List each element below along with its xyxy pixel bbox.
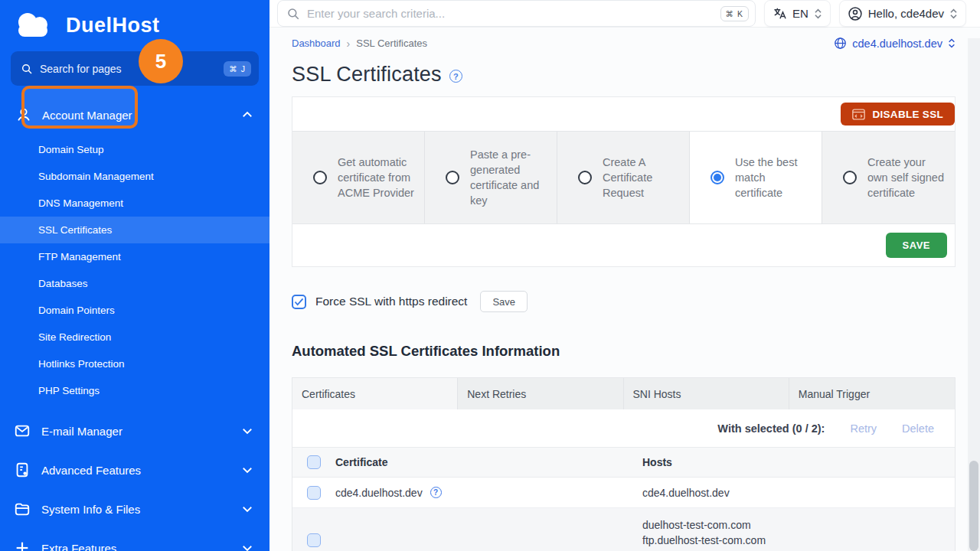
folder-icon (14, 500, 31, 517)
language-selector[interactable]: EN (764, 0, 831, 27)
sort-chevrons-icon (948, 37, 956, 49)
chevron-down-icon (240, 463, 254, 477)
host-name: duelhost-test-com.com (642, 517, 955, 533)
envelope-icon (14, 422, 31, 439)
tab-sni-hosts[interactable]: SNI Hosts (624, 378, 789, 409)
tab-next-retries[interactable]: Next Retries (458, 378, 623, 409)
breadcrumb-dashboard[interactable]: Dashboard (292, 37, 341, 49)
chevron-down-icon (240, 541, 254, 551)
search-icon (21, 63, 33, 75)
sidebar-item-subdomain-management[interactable]: Subdomain Management (0, 163, 270, 190)
brand-name: DuelHost (66, 14, 160, 37)
sidebar-item-label: Advanced Features (41, 464, 240, 477)
brand-logo[interactable]: DuelHost (0, 0, 270, 41)
user-menu[interactable]: Hello, cde4dev (839, 0, 966, 27)
save-button[interactable]: SAVE (886, 233, 947, 258)
sidebar-item-ssl-certificates[interactable]: SSL Certificates (0, 217, 270, 243)
option-paste-certificate[interactable]: Paste a pre-generated certificate and ke… (425, 132, 557, 223)
file-gear-icon (14, 461, 31, 478)
avatar-icon (848, 6, 863, 21)
plus-icon (14, 540, 31, 551)
vertical-scrollbar[interactable] (968, 38, 980, 551)
scrollbar-thumb[interactable] (969, 461, 978, 551)
tab-manual-trigger[interactable]: Manual Trigger (789, 378, 955, 409)
sidebar: DuelHost Search for pages ⌘ J 5 Account … (0, 0, 270, 551)
person-icon (15, 106, 32, 123)
option-certificate-request[interactable]: Create A Certificate Request (557, 132, 690, 223)
sidebar-item-email-manager[interactable]: E-mail Manager (0, 412, 270, 450)
content: Dashboard › SSL Certificates cde4.duelho… (270, 28, 980, 551)
table-row: cde4.duelhost.dev ? cde4.duelhost.dev (292, 478, 955, 508)
search-icon (286, 7, 300, 21)
sidebar-item-extra-features[interactable]: Extra Features (0, 529, 270, 551)
domain-selector[interactable]: cde4.duelhost.dev (834, 37, 956, 50)
option-self-signed[interactable]: Create your own self signed certificate (822, 132, 955, 223)
sidebar-item-site-redirection[interactable]: Site Redirection (0, 324, 270, 350)
delete-link[interactable]: Delete (902, 422, 934, 435)
with-selected-label: With selected (0 / 2): (717, 422, 825, 435)
sidebar-item-label: Account Manager (42, 109, 240, 122)
sidebar-item-advanced-features[interactable]: Advanced Features (0, 451, 270, 489)
radio-button-selected[interactable] (710, 171, 724, 184)
radio-button[interactable] (578, 171, 592, 184)
sidebar-search-shortcut: ⌘ J (224, 61, 251, 77)
global-search[interactable]: ⌘ K (277, 0, 756, 27)
sidebar-search-placeholder: Search for pages (40, 63, 224, 75)
force-ssl-save-button[interactable]: Save (480, 291, 528, 312)
host-name: ftp.duelhost-test-com.com (642, 533, 955, 548)
sidebar-item-databases[interactable]: Databases (0, 270, 270, 297)
chevron-down-icon (240, 502, 254, 516)
certificate-name: cde4.duelhost.dev (335, 487, 423, 499)
breadcrumb-current: SSL Certificates (356, 37, 427, 49)
breadcrumb: Dashboard › SSL Certificates (292, 37, 427, 50)
sidebar-item-system-info-files[interactable]: System Info & Files (0, 490, 270, 528)
sidebar-search[interactable]: Search for pages ⌘ J (11, 51, 259, 86)
radio-button[interactable] (843, 171, 857, 184)
help-icon[interactable]: ? (449, 70, 462, 83)
sidebar-item-dns-management[interactable]: DNS Management (0, 190, 270, 217)
ssl-options-panel: DISABLE SSL Get automatic certificate fr… (292, 96, 956, 267)
tab-certificates[interactable]: Certificates (292, 378, 458, 409)
account-manager-submenu: Domain Setup Subdomain Management DNS Ma… (0, 136, 270, 404)
page-title: SSL Certificates (292, 63, 442, 86)
host-name: cde4.duelhost.dev (642, 487, 955, 499)
sidebar-item-hotlinks-protection[interactable]: Hotlinks Protection (0, 350, 270, 377)
automated-section-title: Automated SSL Certificates Information (292, 343, 956, 360)
globe-icon (834, 37, 847, 50)
topbar: ⌘ K EN Hello, cde (270, 0, 980, 28)
search-shortcut: ⌘ K (720, 6, 749, 21)
row-checkbox[interactable] (307, 533, 321, 547)
sidebar-item-account-manager[interactable]: Account Manager (0, 93, 270, 136)
sidebar-item-php-settings[interactable]: PHP Settings (0, 377, 270, 404)
translate-icon (773, 6, 787, 21)
option-best-match[interactable]: Use the best match certificate (690, 132, 822, 223)
sidebar-item-ftp-management[interactable]: FTP Management (0, 243, 270, 270)
host-name: mail.duelhost-test-com.com (642, 548, 955, 551)
column-hosts: Hosts (642, 456, 955, 468)
row-checkbox[interactable] (307, 486, 321, 500)
force-ssl-checkbox[interactable] (292, 295, 306, 309)
radio-button[interactable] (446, 171, 459, 184)
sort-chevrons-icon (949, 8, 958, 20)
window-code-icon (852, 109, 865, 120)
language-value: EN (792, 7, 808, 20)
option-acme-provider[interactable]: Get automatic certificate from ACME Prov… (292, 132, 425, 223)
user-greeting: Hello, cde4dev (868, 7, 944, 20)
sort-chevrons-icon (814, 8, 822, 20)
table-row: duelhost-test-com.com ftp.duelhost-test-… (292, 508, 955, 551)
radio-button[interactable] (313, 171, 327, 184)
cloud-logo-icon (11, 9, 58, 41)
certificate-option-group: Get automatic certificate from ACME Prov… (292, 131, 955, 224)
force-ssl-label: Force SSL with https redirect (315, 295, 467, 308)
tutorial-step-badge: 5 (139, 39, 183, 83)
main-area: ⌘ K EN Hello, cde (270, 0, 980, 551)
select-all-checkbox[interactable] (307, 455, 321, 469)
retry-link[interactable]: Retry (850, 422, 877, 435)
search-input[interactable] (307, 7, 720, 20)
table-header-row: Certificate Hosts (292, 447, 955, 478)
sidebar-item-domain-setup[interactable]: Domain Setup (0, 136, 270, 163)
disable-ssl-button[interactable]: DISABLE SSL (841, 103, 955, 126)
help-icon[interactable]: ? (430, 487, 442, 498)
sidebar-item-domain-pointers[interactable]: Domain Pointers (0, 297, 270, 324)
sidebar-item-label: E-mail Manager (41, 425, 240, 438)
